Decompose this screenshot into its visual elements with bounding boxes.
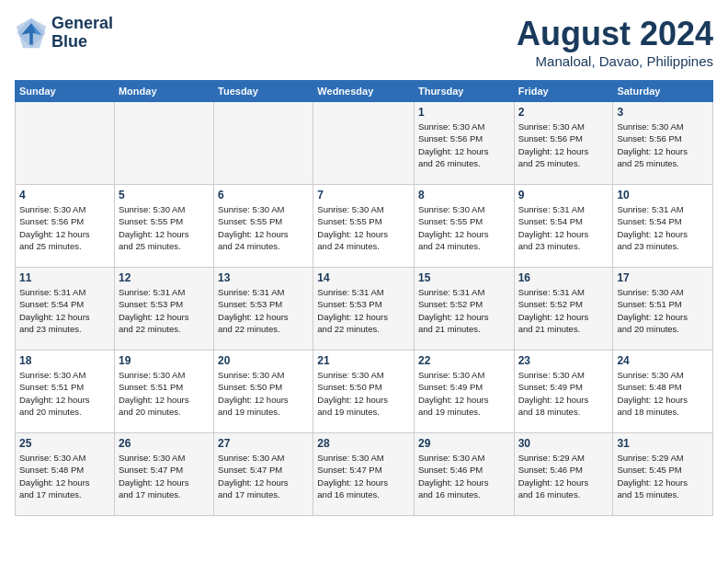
day-number: 8 [418,189,510,201]
day-header-monday: Monday [114,81,213,102]
day-number: 5 [119,189,210,201]
week-row-2: 11Sunrise: 5:31 AM Sunset: 5:54 PM Dayli… [16,268,713,350]
calendar-cell: 25Sunrise: 5:30 AM Sunset: 5:48 PM Dayli… [16,433,115,516]
day-number: 12 [119,271,210,284]
cell-content: Sunrise: 5:31 AM Sunset: 5:54 PM Dayligh… [617,203,709,252]
calendar-cell: 9Sunrise: 5:31 AM Sunset: 5:54 PM Daylig… [514,185,613,268]
calendar-cell: 22Sunrise: 5:30 AM Sunset: 5:49 PM Dayli… [414,350,514,433]
day-number: 7 [317,189,410,201]
day-number: 28 [317,437,410,450]
cell-content: Sunrise: 5:29 AM Sunset: 5:46 PM Dayligh… [518,452,609,500]
cell-content: Sunrise: 5:30 AM Sunset: 5:50 PM Dayligh… [317,369,410,418]
calendar-cell: 14Sunrise: 5:31 AM Sunset: 5:53 PM Dayli… [313,268,415,350]
calendar-cell: 13Sunrise: 5:31 AM Sunset: 5:53 PM Dayli… [214,268,313,350]
day-number: 9 [518,189,609,201]
calendar-cell: 19Sunrise: 5:30 AM Sunset: 5:51 PM Dayli… [114,350,213,433]
cell-content: Sunrise: 5:30 AM Sunset: 5:49 PM Dayligh… [518,369,609,418]
day-number: 20 [218,354,309,367]
logo-icon [15,17,48,50]
logo-text: General Blue [51,15,113,52]
calendar-cell: 28Sunrise: 5:30 AM Sunset: 5:47 PM Dayli… [313,433,415,516]
calendar-cell: 20Sunrise: 5:30 AM Sunset: 5:50 PM Dayli… [214,350,313,433]
calendar-cell: 16Sunrise: 5:31 AM Sunset: 5:52 PM Dayli… [514,268,613,350]
day-number: 6 [218,189,309,201]
page-header: General Blue August 2024 Manaloal, Davao… [15,15,713,69]
day-header-saturday: Saturday [613,81,713,102]
cell-content: Sunrise: 5:31 AM Sunset: 5:53 PM Dayligh… [218,286,309,335]
month-title: August 2024 [517,15,713,53]
day-number: 29 [418,437,510,450]
calendar-cell: 26Sunrise: 5:30 AM Sunset: 5:47 PM Dayli… [114,433,213,516]
cell-content: Sunrise: 5:30 AM Sunset: 5:47 PM Dayligh… [218,452,309,500]
cell-content: Sunrise: 5:30 AM Sunset: 5:55 PM Dayligh… [218,203,309,252]
calendar-cell: 29Sunrise: 5:30 AM Sunset: 5:46 PM Dayli… [414,433,514,516]
calendar-cell: 4Sunrise: 5:30 AM Sunset: 5:56 PM Daylig… [16,185,115,268]
calendar-cell [114,102,213,185]
cell-content: Sunrise: 5:30 AM Sunset: 5:56 PM Dayligh… [19,203,110,252]
cell-content: Sunrise: 5:30 AM Sunset: 5:47 PM Dayligh… [119,452,210,500]
cell-content: Sunrise: 5:31 AM Sunset: 5:52 PM Dayligh… [418,286,510,335]
cell-content: Sunrise: 5:30 AM Sunset: 5:56 PM Dayligh… [518,121,609,169]
calendar-cell: 3Sunrise: 5:30 AM Sunset: 5:56 PM Daylig… [613,102,713,185]
calendar-cell: 17Sunrise: 5:30 AM Sunset: 5:51 PM Dayli… [613,268,713,350]
day-number: 11 [19,271,110,284]
cell-content: Sunrise: 5:31 AM Sunset: 5:54 PM Dayligh… [19,286,110,335]
day-number: 18 [19,354,110,367]
logo: General Blue [15,15,113,52]
calendar-cell: 27Sunrise: 5:30 AM Sunset: 5:47 PM Dayli… [214,433,313,516]
calendar-cell: 21Sunrise: 5:30 AM Sunset: 5:50 PM Dayli… [313,350,415,433]
calendar-cell: 23Sunrise: 5:30 AM Sunset: 5:49 PM Dayli… [514,350,613,433]
calendar-cell: 24Sunrise: 5:30 AM Sunset: 5:48 PM Dayli… [613,350,713,433]
calendar-cell: 8Sunrise: 5:30 AM Sunset: 5:55 PM Daylig… [414,185,514,268]
day-number: 22 [418,354,510,367]
day-number: 19 [119,354,210,367]
calendar-cell: 10Sunrise: 5:31 AM Sunset: 5:54 PM Dayli… [613,185,713,268]
day-number: 13 [218,271,309,284]
calendar-cell: 30Sunrise: 5:29 AM Sunset: 5:46 PM Dayli… [514,433,613,516]
day-number: 25 [19,437,110,450]
day-number: 4 [19,189,110,201]
cell-content: Sunrise: 5:30 AM Sunset: 5:56 PM Dayligh… [617,121,709,169]
cell-content: Sunrise: 5:30 AM Sunset: 5:51 PM Dayligh… [19,369,110,418]
week-row-4: 25Sunrise: 5:30 AM Sunset: 5:48 PM Dayli… [16,433,713,516]
day-header-sunday: Sunday [16,81,115,102]
calendar-cell [16,102,115,185]
calendar-table: SundayMondayTuesdayWednesdayThursdayFrid… [15,80,713,516]
day-header-thursday: Thursday [414,81,514,102]
day-number: 23 [518,354,609,367]
day-number: 31 [617,437,709,450]
day-number: 2 [518,106,609,119]
week-row-3: 18Sunrise: 5:30 AM Sunset: 5:51 PM Dayli… [16,350,713,433]
header-row: SundayMondayTuesdayWednesdayThursdayFrid… [16,81,713,102]
calendar-cell [214,102,313,185]
cell-content: Sunrise: 5:30 AM Sunset: 5:48 PM Dayligh… [19,452,110,500]
calendar-header: SundayMondayTuesdayWednesdayThursdayFrid… [16,81,713,102]
logo-line1: General [51,14,113,32]
calendar-body: 1Sunrise: 5:30 AM Sunset: 5:56 PM Daylig… [16,102,713,516]
calendar-cell: 12Sunrise: 5:31 AM Sunset: 5:53 PM Dayli… [114,268,213,350]
calendar-cell [313,102,415,185]
day-number: 14 [317,271,410,284]
day-header-tuesday: Tuesday [214,81,313,102]
logo-line2: Blue [51,32,87,51]
cell-content: Sunrise: 5:30 AM Sunset: 5:51 PM Dayligh… [119,369,210,418]
cell-content: Sunrise: 5:30 AM Sunset: 5:46 PM Dayligh… [418,452,510,500]
cell-content: Sunrise: 5:30 AM Sunset: 5:55 PM Dayligh… [418,203,510,252]
day-number: 26 [119,437,210,450]
calendar-cell: 11Sunrise: 5:31 AM Sunset: 5:54 PM Dayli… [16,268,115,350]
calendar-cell: 31Sunrise: 5:29 AM Sunset: 5:45 PM Dayli… [613,433,713,516]
day-number: 15 [418,271,510,284]
cell-content: Sunrise: 5:30 AM Sunset: 5:50 PM Dayligh… [218,369,309,418]
cell-content: Sunrise: 5:30 AM Sunset: 5:49 PM Dayligh… [418,369,510,418]
cell-content: Sunrise: 5:30 AM Sunset: 5:55 PM Dayligh… [317,203,410,252]
day-number: 1 [418,106,510,119]
day-number: 24 [617,354,709,367]
day-number: 3 [617,106,709,119]
week-row-0: 1Sunrise: 5:30 AM Sunset: 5:56 PM Daylig… [16,102,713,185]
cell-content: Sunrise: 5:30 AM Sunset: 5:51 PM Dayligh… [617,286,709,335]
calendar-cell: 5Sunrise: 5:30 AM Sunset: 5:55 PM Daylig… [114,185,213,268]
cell-content: Sunrise: 5:30 AM Sunset: 5:47 PM Dayligh… [317,452,410,500]
cell-content: Sunrise: 5:30 AM Sunset: 5:56 PM Dayligh… [418,121,510,169]
calendar-cell: 18Sunrise: 5:30 AM Sunset: 5:51 PM Dayli… [16,350,115,433]
cell-content: Sunrise: 5:30 AM Sunset: 5:55 PM Dayligh… [119,203,210,252]
